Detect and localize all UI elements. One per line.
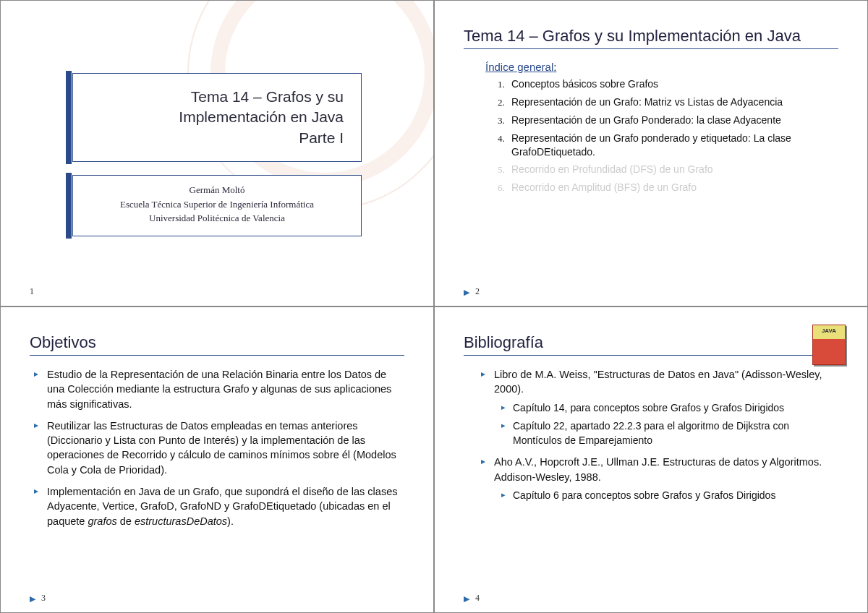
index-label: Índice general [485,61,553,73]
bibliography-sublist: Capítulo 14, para conceptos sobre Grafos… [501,401,838,448]
objective-item: Implementación en Java de un Grafo, que … [34,484,404,528]
index-item: Representación de un Grafo Ponderado: la… [507,113,838,127]
bibliography-sublist: Capítulo 6 para conceptos sobre Grafos y… [501,489,838,503]
objective-item: Estudio de la Representación de una Rela… [34,367,404,411]
slide-heading: Objetivos [30,333,404,356]
index-item: Representación de un Grafo: Matriz vs Li… [507,95,838,109]
title-line-3: Parte I [299,129,344,146]
index-item: Conceptos básicos sobre Grafos [507,77,838,91]
slide-4: Bibliografía Libro de M.A. Weiss, "Estru… [434,306,868,613]
title-line-2: Implementación en Java [179,108,344,125]
slide-1: Tema 14 – Grafos y su Implementación en … [0,0,434,306]
title-box: Tema 14 – Grafos y su Implementación en … [72,73,362,162]
play-marker-icon: ▶ [464,288,469,297]
title-accent-bar [66,71,72,164]
page-number: 3 [41,593,46,604]
play-marker-icon: ▶ [30,594,35,604]
author-affil-2: Universidad Politécnica de Valencia [88,211,346,226]
page-number: 4 [475,593,480,604]
author-name: Germán Moltó [88,183,346,197]
index-list: Conceptos básicos sobre GrafosRepresenta… [507,77,838,194]
page-number: 1 [30,286,34,297]
objectives-list: Estudio de la Representación de una Rela… [34,367,404,528]
slide-3: Objetivos Estudio de la Representación d… [0,306,434,613]
title-line-1: Tema 14 – Grafos y su [191,88,344,105]
bibliography-item: Libro de M.A. Weiss, "Estructuras de Dat… [481,367,838,447]
bibliography-subitem: Capítulo 22, apartado 22.2.3 para el alg… [501,419,838,447]
bibliography-subitem: Capítulo 14, para conceptos sobre Grafos… [501,401,838,416]
index-item: Recorrido en Profundidad (DFS) de un Gra… [507,163,838,176]
index-item: Recorrido en Amplitud (BFS) de un Grafo [507,181,838,194]
slide-grid: Tema 14 – Grafos y su Implementación en … [0,0,868,613]
author-affil-1: Escuela Técnica Superior de Ingeniería I… [88,197,346,212]
author-box: Germán Moltó Escuela Técnica Superior de… [72,175,362,236]
bibliography-subitem: Capítulo 6 para conceptos sobre Grafos y… [501,489,838,503]
bibliography-item: Aho A.V., Hopcroft J.E., Ullman J.E. Est… [481,455,838,502]
book-cover-icon [812,325,846,365]
bibliography-list: Libro de M.A. Weiss, "Estructuras de Dat… [481,367,838,503]
author-accent-bar [66,173,72,239]
index-title: Índice general: [485,61,838,73]
page-number: 2 [475,286,480,297]
slide-2: Tema 14 – Grafos y su Implementación en … [434,0,868,306]
index-item: Representación de un Grafo ponderado y e… [507,132,838,159]
slide-heading: Tema 14 – Grafos y su Implementación en … [464,27,838,49]
objective-item: Reutilizar las Estructuras de Datos empl… [34,419,404,477]
slide-heading: Bibliografía [464,333,838,356]
presentation-title: Tema 14 – Grafos y su Implementación en … [73,74,361,161]
play-marker-icon: ▶ [464,594,469,604]
